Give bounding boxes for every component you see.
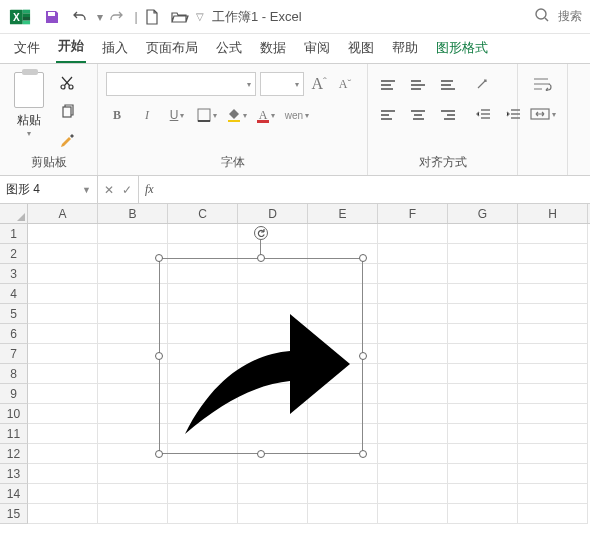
- cell[interactable]: [448, 484, 518, 504]
- cell[interactable]: [518, 304, 588, 324]
- tab-page-layout[interactable]: 页面布局: [144, 33, 200, 63]
- tab-view[interactable]: 视图: [346, 33, 376, 63]
- cell[interactable]: [518, 404, 588, 424]
- cell[interactable]: [28, 384, 98, 404]
- increase-font-button[interactable]: Aˆ: [308, 73, 330, 95]
- cell[interactable]: [448, 244, 518, 264]
- cell[interactable]: [448, 384, 518, 404]
- qat-dropdown-icon[interactable]: ▾: [96, 10, 104, 24]
- cell[interactable]: [28, 284, 98, 304]
- cell[interactable]: [28, 264, 98, 284]
- fill-color-button[interactable]: ▾: [226, 104, 248, 126]
- row-header[interactable]: 14: [0, 484, 28, 504]
- align-bottom-button[interactable]: [436, 72, 460, 98]
- wrap-text-button[interactable]: [530, 74, 556, 94]
- cell[interactable]: [28, 224, 98, 244]
- cell[interactable]: [378, 444, 448, 464]
- underline-button[interactable]: U▾: [166, 104, 188, 126]
- cell[interactable]: [518, 364, 588, 384]
- cell[interactable]: [448, 304, 518, 324]
- row-header[interactable]: 12: [0, 444, 28, 464]
- align-right-button[interactable]: [436, 102, 460, 128]
- cell[interactable]: [518, 284, 588, 304]
- cell[interactable]: [28, 464, 98, 484]
- font-color-button[interactable]: A ▾: [256, 104, 278, 126]
- row-header[interactable]: 11: [0, 424, 28, 444]
- col-header[interactable]: G: [448, 204, 518, 223]
- cell[interactable]: [378, 484, 448, 504]
- cell[interactable]: [98, 424, 168, 444]
- cell[interactable]: [448, 284, 518, 304]
- align-center-button[interactable]: [406, 102, 430, 128]
- cell[interactable]: [98, 324, 168, 344]
- cell[interactable]: [28, 484, 98, 504]
- copy-button[interactable]: [56, 100, 78, 122]
- cell[interactable]: [378, 504, 448, 524]
- italic-button[interactable]: I: [136, 104, 158, 126]
- cell[interactable]: [238, 224, 308, 244]
- col-header[interactable]: B: [98, 204, 168, 223]
- enter-formula-button[interactable]: ✓: [122, 183, 132, 197]
- cell[interactable]: [378, 224, 448, 244]
- col-header[interactable]: E: [308, 204, 378, 223]
- cell[interactable]: [308, 224, 378, 244]
- col-header[interactable]: D: [238, 204, 308, 223]
- cell[interactable]: [98, 304, 168, 324]
- tab-help[interactable]: 帮助: [390, 33, 420, 63]
- cell[interactable]: [518, 384, 588, 404]
- cell[interactable]: [448, 364, 518, 384]
- cell[interactable]: [448, 264, 518, 284]
- cell[interactable]: [518, 244, 588, 264]
- open-folder-icon[interactable]: [168, 5, 192, 29]
- curved-arrow-shape[interactable]: [160, 259, 364, 455]
- redo-icon[interactable]: [104, 5, 128, 29]
- cell[interactable]: [98, 364, 168, 384]
- cell[interactable]: [378, 384, 448, 404]
- col-header[interactable]: F: [378, 204, 448, 223]
- cell[interactable]: [518, 344, 588, 364]
- align-left-button[interactable]: [376, 102, 400, 128]
- decrease-indent-button[interactable]: [470, 104, 496, 124]
- row-header[interactable]: 8: [0, 364, 28, 384]
- cell[interactable]: [378, 324, 448, 344]
- cell[interactable]: [28, 504, 98, 524]
- cell[interactable]: [98, 224, 168, 244]
- cell[interactable]: [28, 444, 98, 464]
- cell[interactable]: [378, 284, 448, 304]
- row-header[interactable]: 6: [0, 324, 28, 344]
- decrease-font-button[interactable]: Aˇ: [334, 73, 356, 95]
- cell[interactable]: [378, 264, 448, 284]
- row-header[interactable]: 15: [0, 504, 28, 524]
- row-header[interactable]: 4: [0, 284, 28, 304]
- cell[interactable]: [308, 484, 378, 504]
- cell[interactable]: [238, 464, 308, 484]
- cell[interactable]: [168, 464, 238, 484]
- cell[interactable]: [28, 424, 98, 444]
- cell[interactable]: [378, 424, 448, 444]
- row-header[interactable]: 10: [0, 404, 28, 424]
- row-header[interactable]: 2: [0, 244, 28, 264]
- cell[interactable]: [98, 464, 168, 484]
- cell[interactable]: [98, 284, 168, 304]
- font-size-combo[interactable]: ▾: [260, 72, 304, 96]
- cell[interactable]: [168, 224, 238, 244]
- orientation-button[interactable]: [470, 74, 496, 94]
- cell[interactable]: [378, 304, 448, 324]
- row-header[interactable]: 7: [0, 344, 28, 364]
- row-header[interactable]: 1: [0, 224, 28, 244]
- cell[interactable]: [98, 264, 168, 284]
- cell[interactable]: [448, 344, 518, 364]
- format-painter-button[interactable]: [56, 128, 78, 150]
- cancel-formula-button[interactable]: ✕: [104, 183, 114, 197]
- bold-button[interactable]: B: [106, 104, 128, 126]
- name-box[interactable]: 图形 4 ▼: [0, 176, 98, 203]
- merge-center-button[interactable]: ▾: [530, 104, 556, 124]
- border-button[interactable]: ▾: [196, 104, 218, 126]
- cell[interactable]: [448, 444, 518, 464]
- cell[interactable]: [518, 504, 588, 524]
- cell[interactable]: [448, 324, 518, 344]
- cell[interactable]: [28, 344, 98, 364]
- cell[interactable]: [98, 504, 168, 524]
- search-box[interactable]: 搜索: [534, 7, 582, 26]
- paste-button[interactable]: 粘贴 ▾: [8, 68, 50, 138]
